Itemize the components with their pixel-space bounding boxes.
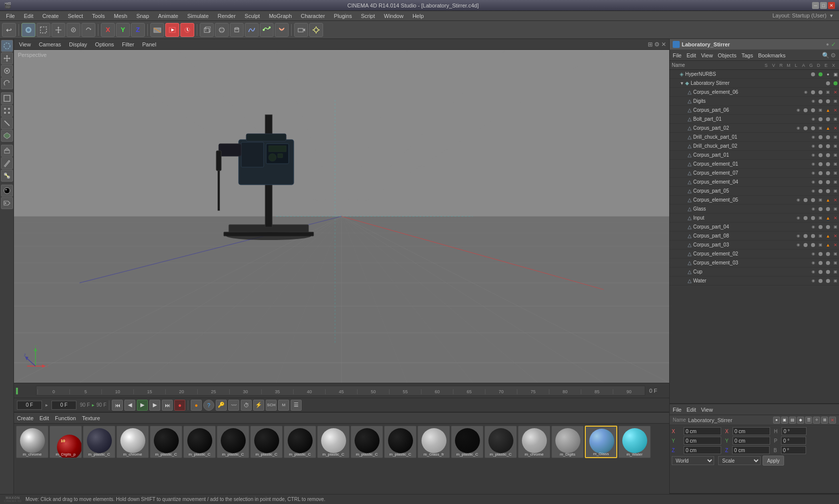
obj-row-water[interactable]: △ Water ◉ ▣ bbox=[670, 276, 839, 285]
move-tool-button[interactable] bbox=[21, 23, 35, 37]
move-button[interactable] bbox=[51, 23, 65, 37]
obj-row-corpus-p08[interactable]: △ Corpus_part_08 ◉ ▣ ▲ ✕ bbox=[670, 232, 839, 241]
vp-menu-filter[interactable]: Filter bbox=[120, 41, 136, 48]
camera-button[interactable] bbox=[294, 23, 308, 37]
deformer-button[interactable] bbox=[275, 23, 289, 37]
tool-scale[interactable] bbox=[1, 65, 13, 77]
select-button[interactable] bbox=[36, 23, 50, 37]
attr-p-input[interactable] bbox=[781, 437, 806, 445]
attr-b-input[interactable] bbox=[781, 446, 806, 454]
attr-icon2[interactable]: ▣ bbox=[781, 417, 788, 424]
obj-row-digits[interactable]: △ Digits ◉ ▣ bbox=[670, 97, 839, 106]
obj-row-drill-p01[interactable]: △ Drill_chuck_part_01 ◉ ▣ bbox=[670, 133, 839, 142]
menu-sculpt[interactable]: Sculpt bbox=[241, 12, 264, 20]
mat-plastic-c3[interactable]: m_plastic_C bbox=[183, 426, 216, 458]
minimize-button[interactable]: ─ bbox=[812, 2, 819, 9]
attr-ez-input[interactable] bbox=[732, 446, 770, 454]
obj-menu-view[interactable]: View bbox=[701, 52, 713, 58]
tool-live-selection[interactable] bbox=[1, 40, 13, 52]
weld-tool[interactable] bbox=[1, 170, 13, 182]
mat-menu-function[interactable]: Function bbox=[55, 415, 76, 421]
attr-x-input[interactable] bbox=[684, 427, 721, 435]
obj-row-corpus-p02[interactable]: △ Corpus_part_02 ◉ ▣ ▲ ✕ bbox=[670, 124, 839, 133]
menu-character[interactable]: Character bbox=[297, 12, 329, 20]
tool-rotate[interactable] bbox=[1, 77, 13, 89]
mat-glass-fr[interactable]: m_Glass_fr bbox=[418, 426, 450, 458]
obj-row-corpus-e02[interactable]: △ Corpus_element_02 ◉ ▣ bbox=[670, 250, 839, 258]
attr-ex-input[interactable] bbox=[733, 427, 770, 435]
obj-menu-bookmarks[interactable]: Bookmarks bbox=[758, 52, 786, 58]
prev-frame-button[interactable]: ◀ bbox=[124, 400, 135, 411]
timeline-ruler[interactable]: 0 5 10 15 20 25 30 35 40 45 50 55 60 65 … bbox=[36, 386, 645, 396]
menu-help[interactable]: Help bbox=[409, 12, 428, 20]
obj-row-corpus-e03[interactable]: △ Corpus_element_03 ◉ ▣ bbox=[670, 258, 839, 267]
render-view-button[interactable] bbox=[165, 23, 179, 37]
menu-mesh[interactable]: Mesh bbox=[110, 12, 131, 20]
record-button[interactable]: ● bbox=[174, 400, 185, 411]
mat-plastic-c2[interactable]: m_plastic_C bbox=[150, 426, 182, 458]
motion-button[interactable]: M bbox=[278, 400, 289, 411]
mat-plastic-c4[interactable]: m_plastic_C bbox=[217, 426, 249, 458]
scheme-button[interactable]: SCH bbox=[266, 400, 277, 411]
mat-plastic2-2[interactable]: m_plastic_C bbox=[484, 426, 517, 458]
motion-path-button[interactable]: 〰 bbox=[228, 400, 239, 411]
powersave-button[interactable]: ⚡ bbox=[253, 400, 264, 411]
attr-icon5[interactable]: ☰ bbox=[805, 417, 812, 424]
attr-icon3[interactable]: ▤ bbox=[789, 417, 796, 424]
menu-create[interactable]: Create bbox=[38, 12, 63, 20]
z-axis-button[interactable]: Z bbox=[131, 23, 145, 37]
vp-icon-maximize[interactable]: ⊞ bbox=[648, 41, 653, 48]
obj-menu-tags[interactable]: Tags bbox=[742, 52, 753, 58]
obj-row-corpus-e04[interactable]: △ Corpus_element_04 ◉ ▣ bbox=[670, 178, 839, 187]
goto-end-button[interactable]: ⏭ bbox=[162, 400, 173, 411]
mat-chrome[interactable]: m_chrome bbox=[16, 426, 48, 458]
cylinder-button[interactable] bbox=[230, 23, 244, 37]
obj-row-glass[interactable]: △ Glass ◉ ▣ bbox=[670, 205, 839, 214]
attr-icon6[interactable]: ✧ bbox=[813, 417, 820, 424]
attr-icon1[interactable]: ● bbox=[773, 417, 780, 424]
help-button[interactable]: ? bbox=[203, 400, 214, 411]
sphere-button[interactable] bbox=[215, 23, 229, 37]
scale-button[interactable] bbox=[66, 23, 80, 37]
tags-tool[interactable] bbox=[1, 197, 13, 209]
attr-menu-view[interactable]: View bbox=[701, 407, 713, 413]
vp-menu-cameras[interactable]: Cameras bbox=[37, 41, 63, 48]
attr-h-input[interactable] bbox=[782, 427, 807, 435]
mat-chrome2[interactable]: m_chrome bbox=[116, 426, 149, 458]
obj-menu-objects[interactable]: Objects bbox=[718, 52, 736, 58]
attr-scale-dropdown[interactable]: Scale Size bbox=[718, 456, 761, 465]
vp-menu-view[interactable]: View bbox=[17, 41, 33, 48]
obj-row-corpus-p04[interactable]: △ Corpus_part_04 ◉ ▣ bbox=[670, 223, 839, 232]
mat-menu-edit[interactable]: Edit bbox=[39, 415, 49, 421]
tool-move[interactable] bbox=[1, 52, 13, 64]
obj-row-corpus-e06[interactable]: △ Corpus_element_06 ◉ ▣ ✕ bbox=[670, 88, 839, 97]
mat-glass2[interactable]: m_Glass bbox=[585, 426, 617, 458]
obj-search-icon[interactable]: 🔍 bbox=[822, 52, 830, 59]
mat-plastic-c5[interactable]: m_plastic_C bbox=[250, 426, 283, 458]
attr-close-icon[interactable]: ✕ bbox=[829, 417, 836, 424]
vp-icon-settings[interactable]: ⚙ bbox=[654, 41, 660, 48]
mat-plastic-c7[interactable]: m_plastic_C bbox=[317, 426, 350, 458]
timeline-button[interactable]: ⏱ bbox=[241, 400, 252, 411]
obj-row-corpus-p05[interactable]: △ Corpus_part_05 ◉ ▣ bbox=[670, 187, 839, 196]
mat-chrome3[interactable]: m_chrome bbox=[518, 426, 550, 458]
maximize-button[interactable]: □ bbox=[820, 2, 827, 9]
obj-row-hypernurbs[interactable]: ◈ HyperNURBS ● ▣ bbox=[670, 70, 839, 79]
nurbs-button[interactable] bbox=[260, 23, 274, 37]
undo-button[interactable]: ↩ bbox=[2, 23, 16, 37]
vp-menu-display[interactable]: Display bbox=[67, 41, 89, 48]
attr-y-input[interactable] bbox=[684, 437, 721, 445]
obj-menu-file[interactable]: File bbox=[673, 52, 682, 58]
cube-button[interactable] bbox=[200, 23, 214, 37]
vp-icon-close[interactable]: ✕ bbox=[661, 41, 666, 48]
3d-viewport[interactable]: View Cameras Display Options Filter Pane… bbox=[14, 39, 669, 383]
attr-icon7[interactable]: ⊞ bbox=[821, 417, 828, 424]
mat-plastic-c6[interactable]: m_plastic_C bbox=[284, 426, 316, 458]
obj-row-corpus-e07[interactable]: △ Corpus_element_07 ◉ ▣ bbox=[670, 169, 839, 178]
obj-settings-icon[interactable]: ⚙ bbox=[831, 52, 836, 59]
next-frame-button[interactable]: ▶ bbox=[149, 400, 160, 411]
menu-script[interactable]: Script bbox=[357, 12, 379, 20]
obj-row-input[interactable]: △ Input ◉ ▣ ▲ ✕ bbox=[670, 214, 839, 223]
attr-world-dropdown[interactable]: World Object bbox=[672, 456, 714, 465]
obj-row-bolt-p01[interactable]: △ Bolt_part_01 ◉ ▣ bbox=[670, 115, 839, 124]
